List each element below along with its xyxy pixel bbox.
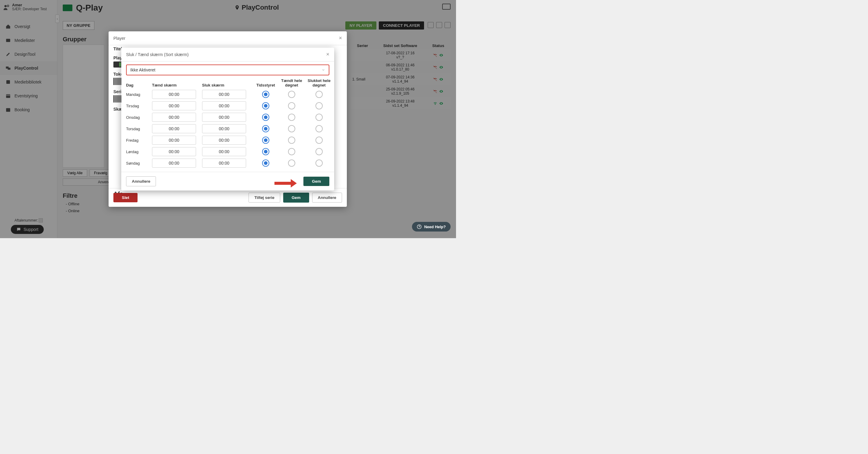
annotation-arrow <box>275 179 297 188</box>
gem-button-modal1[interactable]: Gem <box>283 193 309 202</box>
radio-slukket-hele[interactable] <box>315 114 323 121</box>
day-label: Lørdag <box>126 150 152 154</box>
sluk-input[interactable] <box>202 124 246 133</box>
tilfoj-serie-button[interactable]: Tilføj serie <box>249 193 280 202</box>
radio-taendt-hele[interactable] <box>288 102 295 109</box>
schedule-row: Søndag <box>126 159 329 168</box>
annullere-button[interactable]: Annullere <box>126 176 156 186</box>
radio-slukket-hele[interactable] <box>315 136 323 144</box>
day-label: Onsdag <box>126 115 152 120</box>
chevron-down-icon <box>321 68 325 72</box>
radio-slukket-hele[interactable] <box>315 125 323 132</box>
schedule-row: Mandag <box>126 90 329 99</box>
screen-modal-title: Sluk / Tænd skærm (Sort skærm) <box>126 52 188 57</box>
taend-input[interactable] <box>152 136 196 145</box>
day-label: Torsdag <box>126 127 152 131</box>
schedule-row: Lørdag <box>126 147 329 156</box>
th-taendt-hele: Tændt hele døgnet <box>279 78 305 88</box>
radio-slukket-hele[interactable] <box>315 148 323 155</box>
gem-button[interactable]: Gem <box>303 177 329 186</box>
screen-schedule-modal: Sluk / Tænd skærm (Sort skærm) × Ikke Ak… <box>121 47 334 191</box>
taend-input[interactable] <box>152 101 196 110</box>
taend-input[interactable] <box>152 113 196 122</box>
day-label: Fredag <box>126 138 152 142</box>
slet-button[interactable]: Slet <box>114 193 137 202</box>
sluk-input[interactable] <box>202 159 246 168</box>
radio-tidsstyret[interactable] <box>262 102 269 109</box>
radio-taendt-hele[interactable] <box>288 114 295 121</box>
day-label: Søndag <box>126 161 152 165</box>
radio-tidsstyret[interactable] <box>262 160 269 167</box>
radio-slukket-hele[interactable] <box>315 160 323 167</box>
radio-taendt-hele[interactable] <box>288 160 295 167</box>
radio-slukket-hele[interactable] <box>315 102 323 109</box>
player-modal-title: Player <box>114 36 125 41</box>
sluk-input[interactable] <box>202 90 246 99</box>
player-chip-icon <box>114 62 122 67</box>
need-help-label: Need Help? <box>424 225 446 229</box>
radio-taendt-hele[interactable] <box>288 91 295 98</box>
close-icon[interactable]: × <box>326 51 329 58</box>
taend-input[interactable] <box>152 90 196 99</box>
radio-tidsstyret[interactable] <box>262 91 269 98</box>
radio-taendt-hele[interactable] <box>288 136 295 144</box>
radio-tidsstyret[interactable] <box>262 114 269 121</box>
day-label: Mandag <box>126 92 152 97</box>
sluk-input[interactable] <box>202 113 246 122</box>
radio-tidsstyret[interactable] <box>262 136 269 144</box>
need-help-button[interactable]: Need Help? <box>412 222 451 231</box>
sluk-input[interactable] <box>202 136 246 145</box>
sluk-input[interactable] <box>202 101 246 110</box>
radio-taendt-hele[interactable] <box>288 125 295 132</box>
taend-input[interactable] <box>152 147 196 156</box>
activation-select[interactable]: Ikke Aktiveret <box>126 65 329 75</box>
th-dag: Dag <box>126 83 152 88</box>
annullere-button-modal1[interactable]: Annullere <box>312 193 342 202</box>
schedule-row: Torsdag <box>126 124 329 133</box>
taend-input[interactable] <box>152 159 196 168</box>
th-tidsstyret: Tidsstyret <box>253 83 279 88</box>
svg-point-8 <box>417 225 421 228</box>
help-icon <box>417 224 422 229</box>
close-icon[interactable]: × <box>339 35 342 41</box>
th-sluk: Sluk skærm <box>202 83 253 88</box>
activation-value: Ikke Aktiveret <box>130 67 155 72</box>
radio-slukket-hele[interactable] <box>315 91 323 98</box>
schedule-row: Onsdag <box>126 113 329 122</box>
radio-tidsstyret[interactable] <box>262 148 269 155</box>
schedule-row: Fredag <box>126 136 329 145</box>
th-slukket-hele: Slukket hele døgnet <box>305 78 334 88</box>
th-taend: Tænd skærm <box>152 83 202 88</box>
schedule-row: Tirsdag <box>126 101 329 110</box>
radio-tidsstyret[interactable] <box>262 125 269 132</box>
sluk-input[interactable] <box>202 147 246 156</box>
radio-taendt-hele[interactable] <box>288 148 295 155</box>
taend-input[interactable] <box>152 124 196 133</box>
day-label: Tirsdag <box>126 104 152 108</box>
